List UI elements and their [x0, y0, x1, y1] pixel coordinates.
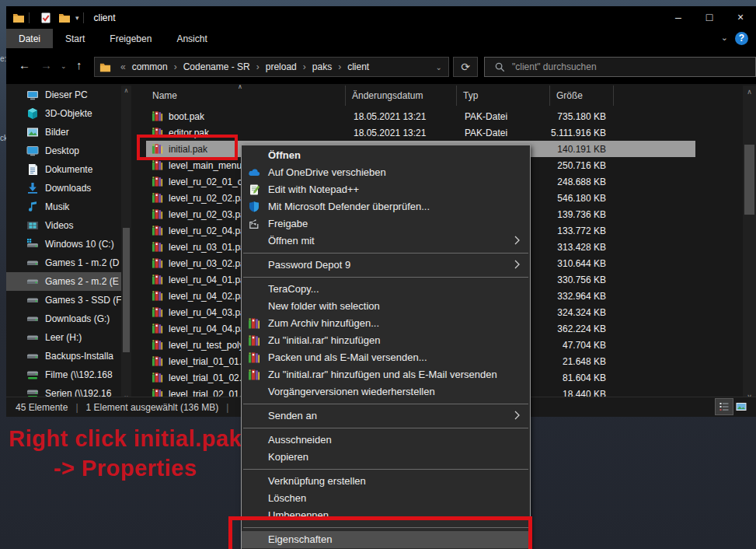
pak-file-icon	[152, 110, 163, 122]
search-box[interactable]: "client" durchsuchen	[484, 57, 756, 77]
film-icon	[26, 219, 39, 232]
sidebar-item[interactable]: Backups-Installa	[6, 347, 121, 365]
scroll-up-icon[interactable]: ∧	[121, 87, 131, 94]
column-header[interactable]: Name	[146, 86, 346, 106]
menu-item[interactable]: Kopieren	[242, 449, 530, 466]
sidebar-item[interactable]: Windows 10 (C:)	[6, 235, 121, 254]
sidebar-item[interactable]: Downloads	[6, 179, 121, 198]
sidebar-item-label: Downloads (G:)	[45, 313, 110, 324]
scrollbar-thumb[interactable]	[744, 145, 754, 215]
sidebar-item[interactable]: Games 3 - SSD (F	[6, 291, 121, 309]
file-size: 248.688 KB	[550, 177, 614, 187]
menu-item[interactable]: Auf OneDrive verschieben	[242, 164, 530, 181]
help-icon[interactable]: ?	[735, 32, 748, 45]
file-name: level_ru_04_03.pa	[169, 307, 246, 318]
sidebar-item[interactable]: Games 1 - m.2 (D	[6, 254, 121, 272]
sidebar-item[interactable]: Videos	[6, 216, 121, 235]
details-view-button[interactable]	[716, 399, 733, 414]
sidebar-item[interactable]: Dieser PC	[6, 86, 121, 104]
sidebar-item[interactable]: Leer (H:)	[6, 328, 121, 347]
address-dropdown-icon[interactable]: ⌄	[436, 63, 442, 72]
menu-item[interactable]: Öffnen mit	[242, 233, 530, 250]
menu-item[interactable]: Zum Archiv hinzufügen...	[242, 315, 530, 332]
breadcrumb-item[interactable]: preload	[264, 61, 298, 72]
menu-item-label: Zu "initial.rar" hinzufügen und als E-Ma…	[268, 369, 497, 380]
sidebar-item[interactable]: Filme (\\192.168	[6, 365, 121, 384]
minimize-button[interactable]: –	[663, 6, 694, 29]
tab-freigeben[interactable]: Freigeben	[97, 29, 164, 48]
menu-item-label: Freigabe	[268, 218, 308, 229]
submenu-arrow-icon	[514, 411, 521, 420]
menu-item[interactable]: Zu "initial.rar" hinzufügen und als E-Ma…	[242, 366, 530, 383]
sidebar-item[interactable]: Musik	[6, 198, 121, 216]
menu-item[interactable]: New folder with selection	[242, 298, 530, 315]
list-scrollbar[interactable]: ∧ ∨	[743, 86, 756, 403]
sidebar-scrollbar[interactable]: ∧ ∨	[121, 86, 131, 403]
forward-button[interactable]: →	[40, 58, 52, 72]
file-name: level_ru_02_02.pa	[169, 193, 246, 204]
sidebar-item[interactable]: Downloads (G:)	[6, 309, 121, 328]
menu-item-label: Löschen	[268, 492, 306, 504]
ribbon-tabs: DateiStartFreigebenAnsicht	[6, 29, 756, 48]
quick-access-toolbar-caret-icon[interactable]: ▾	[75, 14, 79, 22]
file-row[interactable]: boot.pak18.05.2021 13:21PAK-Datei735.180…	[146, 108, 695, 124]
back-button[interactable]: ←	[19, 58, 30, 72]
breadcrumb-item[interactable]: Codename - SR	[182, 61, 252, 72]
menu-item-label: New folder with selection	[268, 300, 380, 312]
navigation-pane: Dieser PC3D-ObjekteBilderDesktopDokument…	[6, 86, 121, 403]
menu-item[interactable]: Senden an	[242, 407, 530, 425]
menu-item[interactable]: Vorgängerversionen wiederherstellen	[242, 383, 530, 400]
column-header[interactable]: Änderungsdatum	[346, 86, 457, 106]
menu-item[interactable]: Mit Microsoft Defender überprüfen...	[242, 198, 530, 215]
menu-item[interactable]: Löschen	[242, 490, 530, 507]
sidebar-item[interactable]: Dokumente	[6, 160, 121, 179]
sidebar-item[interactable]: Desktop	[6, 142, 121, 160]
menu-item[interactable]: TeraCopy...	[242, 281, 530, 298]
tab-datei[interactable]: Datei	[6, 29, 53, 48]
download-icon	[26, 182, 39, 194]
menu-item-label: Zum Archiv hinzufügen...	[268, 317, 379, 329]
column-header[interactable]: Typ	[457, 86, 550, 106]
check-document-icon[interactable]	[40, 12, 52, 24]
drive-icon	[26, 313, 39, 325]
sidebar-item-label: Desktop	[45, 145, 79, 156]
scrollbar-thumb[interactable]	[123, 228, 130, 352]
ribbon-expand-icon[interactable]: ⌄	[721, 33, 728, 43]
pak-file-icon	[152, 176, 163, 187]
sidebar-item[interactable]: 3D-Objekte	[6, 104, 121, 123]
file-size: 139.736 KB	[550, 209, 614, 220]
tab-start[interactable]: Start	[53, 29, 97, 48]
menu-separator	[243, 277, 528, 278]
breadcrumb: common›Codename - SR›preload›paks›client	[131, 61, 371, 72]
tab-ansicht[interactable]: Ansicht	[164, 29, 219, 48]
breadcrumb-item[interactable]: client	[346, 61, 371, 72]
menu-item[interactable]: Verknüpfung erstellen	[242, 473, 530, 490]
maximize-button[interactable]: □	[694, 6, 725, 29]
menu-item[interactable]: Öffnen	[242, 147, 530, 164]
share-icon	[248, 218, 260, 230]
sidebar-item[interactable]: Bilder	[6, 123, 121, 142]
menu-separator	[243, 469, 528, 470]
folder-icon[interactable]	[58, 12, 71, 24]
menu-item[interactable]: Freigabe	[242, 215, 530, 233]
menu-item[interactable]: Password Depot 9	[242, 257, 530, 274]
history-caret-icon[interactable]: ⌄	[61, 62, 67, 70]
doc-icon	[26, 163, 39, 176]
close-button[interactable]: ×	[725, 6, 756, 29]
sidebar-item[interactable]: Games 2 - m.2 (E	[6, 272, 121, 291]
up-button[interactable]: ↑	[76, 58, 82, 72]
pak-file-icon	[152, 355, 163, 367]
menu-item[interactable]: Ausschneiden	[242, 432, 530, 449]
menu-item[interactable]: Packen und als E-Mail versenden...	[242, 349, 530, 366]
column-header[interactable]: Größe	[550, 86, 614, 106]
breadcrumb-item[interactable]: common	[131, 61, 169, 72]
refresh-button[interactable]: ⟳	[453, 57, 478, 77]
scroll-up-icon[interactable]: ∧	[743, 88, 756, 96]
menu-item[interactable]: Edit with Notepad++	[242, 181, 530, 198]
pak-file-icon	[152, 306, 163, 318]
sidebar-item-label: Dieser PC	[45, 89, 88, 100]
menu-item[interactable]: Zu "initial.rar" hinzufügen	[242, 332, 530, 349]
breadcrumb-item[interactable]: paks	[311, 61, 333, 72]
thumbnail-view-button[interactable]	[733, 399, 750, 414]
address-bar[interactable]: « common›Codename - SR›preload›paks›clie…	[94, 57, 449, 77]
